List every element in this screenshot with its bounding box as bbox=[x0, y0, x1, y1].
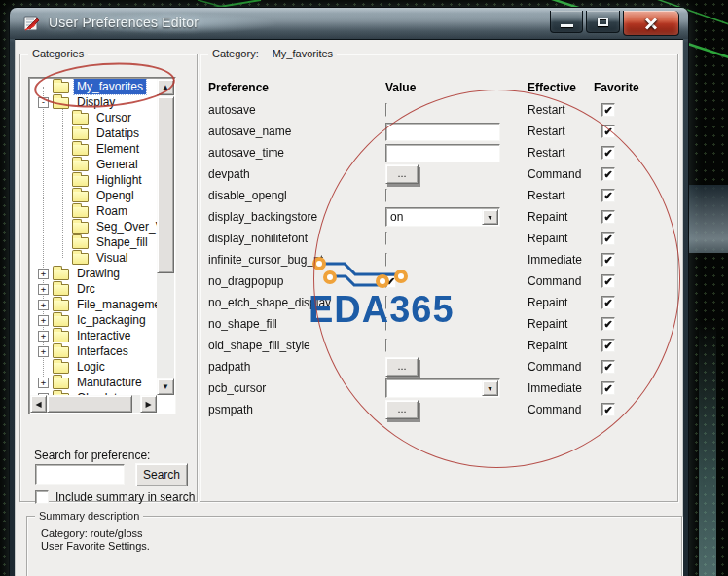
favorite-checkbox[interactable]: ✔ bbox=[601, 253, 615, 267]
horizontal-scroll-thumb[interactable] bbox=[47, 395, 132, 413]
tree-item-ic_packaging[interactable]: +Ic_packaging bbox=[30, 312, 157, 328]
tree-item-drc[interactable]: +Drc bbox=[30, 281, 157, 297]
favorite-checkbox[interactable]: ✔ bbox=[601, 339, 615, 352]
tree-item-label[interactable]: Cursor bbox=[93, 110, 134, 126]
value-text-input[interactable] bbox=[385, 123, 500, 141]
value-checkbox[interactable] bbox=[385, 317, 387, 331]
value-checkbox[interactable] bbox=[385, 103, 387, 117]
dropdown-arrow-icon[interactable]: ▼ bbox=[482, 380, 498, 396]
vertical-scroll-thumb[interactable] bbox=[157, 96, 174, 273]
tree-item-label[interactable]: My_favorites bbox=[74, 79, 146, 94]
maximize-button[interactable] bbox=[586, 11, 620, 33]
value-dropdown[interactable]: ▼ bbox=[385, 378, 500, 398]
user-preferences-editor-window: User Preferences Editor Categories My_fa… bbox=[10, 8, 688, 576]
favorite-checkbox[interactable]: ✔ bbox=[601, 210, 615, 224]
folder-icon bbox=[53, 331, 69, 342]
tree-item-label[interactable]: Seg_Over_Void bbox=[93, 219, 157, 234]
tree-item-cursor[interactable]: Cursor bbox=[30, 110, 157, 126]
tree-item-interactive[interactable]: +Interactive bbox=[30, 328, 157, 343]
tree-item-label[interactable]: Shape_fill bbox=[93, 234, 151, 250]
value-dropdown[interactable]: on▼ bbox=[385, 207, 500, 227]
tree-item-highlight[interactable]: Highlight bbox=[30, 172, 157, 188]
expand-icon[interactable]: + bbox=[38, 346, 49, 357]
close-button[interactable] bbox=[623, 11, 679, 36]
tree-item-opengl[interactable]: Opengl bbox=[30, 188, 157, 203]
tree-item-label[interactable]: Datatips bbox=[93, 126, 142, 141]
tree-item-shape_fill[interactable]: Shape_fill bbox=[30, 234, 157, 250]
tree-item-label[interactable]: Ic_packaging bbox=[74, 312, 149, 328]
value-checkbox[interactable] bbox=[385, 296, 387, 309]
tree-item-element[interactable]: Element bbox=[30, 141, 157, 157]
expand-icon[interactable]: + bbox=[38, 269, 49, 279]
scroll-down-button[interactable]: ▼ bbox=[157, 378, 174, 395]
tree-item-label[interactable]: File_management bbox=[74, 297, 157, 312]
tree-item-file_management[interactable]: +File_management bbox=[30, 297, 157, 312]
favorite-checkbox[interactable]: ✔ bbox=[601, 103, 615, 117]
preference-row-old_shape_fill_style: old_shape_fill_styleRepaint✔ bbox=[200, 335, 677, 356]
favorite-checkbox[interactable]: ✔ bbox=[601, 232, 615, 245]
tree-item-interfaces[interactable]: +Interfaces bbox=[30, 343, 157, 359]
value-cell bbox=[385, 317, 528, 331]
favorite-checkbox[interactable]: ✔ bbox=[601, 360, 615, 374]
expand-icon[interactable]: + bbox=[38, 315, 49, 326]
favorite-checkbox[interactable]: ✔ bbox=[601, 317, 615, 331]
tree-item-label[interactable]: Interactive bbox=[74, 328, 133, 343]
scroll-right-button[interactable]: ▶ bbox=[140, 395, 157, 413]
expand-icon[interactable]: + bbox=[38, 300, 49, 310]
tree-item-label[interactable]: General bbox=[93, 157, 141, 172]
tree-item-label[interactable]: Manufacture bbox=[74, 375, 145, 390]
tree-item-label[interactable]: Highlight bbox=[93, 172, 145, 188]
favorite-checkbox[interactable]: ✔ bbox=[601, 189, 615, 202]
tree-item-label[interactable]: Interfaces bbox=[74, 343, 131, 359]
dropdown-arrow-icon[interactable]: ▼ bbox=[482, 209, 498, 225]
tree-item-general[interactable]: General bbox=[30, 157, 157, 172]
favorite-checkbox[interactable]: ✔ bbox=[601, 403, 615, 416]
value-checkbox[interactable] bbox=[385, 339, 387, 352]
tree-item-label[interactable]: Drc bbox=[74, 281, 98, 297]
scroll-up-button[interactable]: ▲ bbox=[157, 79, 174, 95]
favorite-checkbox[interactable]: ✔ bbox=[601, 274, 615, 288]
value-checkbox[interactable] bbox=[385, 253, 387, 267]
include-summary-checkbox[interactable] bbox=[35, 490, 49, 504]
tree-item-label[interactable]: Roam bbox=[93, 203, 130, 219]
minimize-button[interactable] bbox=[550, 11, 583, 33]
tree-item-my_favorites[interactable]: My_favorites bbox=[30, 79, 157, 94]
tree-item-datatips[interactable]: Datatips bbox=[30, 126, 157, 141]
favorite-checkbox[interactable]: ✔ bbox=[601, 125, 615, 138]
tree-item-label[interactable]: Visual bbox=[93, 250, 130, 266]
value-checkbox[interactable] bbox=[385, 232, 387, 245]
expand-icon[interactable]: + bbox=[38, 284, 49, 295]
favorite-checkbox[interactable]: ✔ bbox=[601, 146, 615, 160]
browse-button[interactable]: ... bbox=[385, 164, 419, 184]
value-checkbox[interactable]: ✔ bbox=[385, 274, 396, 288]
browse-button[interactable]: ... bbox=[385, 357, 419, 377]
browse-button[interactable]: ... bbox=[385, 400, 419, 419]
tree-item-label[interactable]: Logic bbox=[74, 359, 108, 375]
search-button[interactable]: Search bbox=[135, 463, 188, 486]
favorite-checkbox[interactable]: ✔ bbox=[601, 381, 615, 395]
tree-item-manufacture[interactable]: +Manufacture bbox=[30, 375, 157, 390]
tree-item-visual[interactable]: Visual bbox=[30, 250, 157, 266]
tree-item-logic[interactable]: Logic bbox=[30, 359, 157, 375]
tree-item-label[interactable]: Drawing bbox=[74, 266, 123, 281]
value-checkbox[interactable] bbox=[385, 189, 387, 202]
scroll-left-button[interactable]: ◀ bbox=[30, 395, 47, 413]
tree-item-label[interactable]: Opengl bbox=[93, 188, 137, 203]
tree-item-seg_over_void[interactable]: Seg_Over_Void bbox=[30, 219, 157, 234]
tree-item-label[interactable]: Display bbox=[74, 94, 118, 110]
tree-item-display[interactable]: -Display bbox=[30, 94, 157, 110]
tree-item-roam[interactable]: Roam bbox=[30, 203, 157, 219]
value-cell bbox=[385, 339, 528, 352]
search-input[interactable] bbox=[35, 464, 125, 485]
tree-horizontal-scrollbar[interactable]: ◀ ▶ bbox=[30, 395, 157, 413]
expand-icon[interactable]: + bbox=[38, 331, 49, 342]
effective-value: Restart bbox=[528, 125, 601, 138]
collapse-icon[interactable]: - bbox=[38, 97, 49, 108]
expand-icon[interactable]: + bbox=[38, 378, 49, 388]
favorite-checkbox[interactable]: ✔ bbox=[601, 167, 615, 181]
value-text-input[interactable] bbox=[385, 144, 500, 162]
tree-item-drawing[interactable]: +Drawing bbox=[30, 266, 157, 281]
tree-item-label[interactable]: Element bbox=[93, 141, 142, 157]
favorite-checkbox[interactable]: ✔ bbox=[601, 296, 615, 309]
tree-vertical-scrollbar[interactable]: ▲ ▼ bbox=[157, 79, 174, 395]
